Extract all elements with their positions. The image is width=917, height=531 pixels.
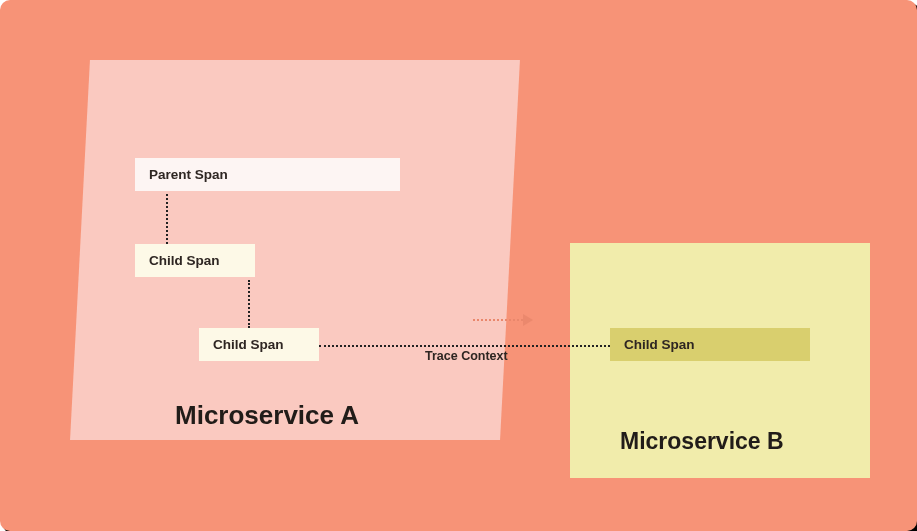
child-span-2-box: Child Span xyxy=(199,328,319,361)
child-span-b-box: Child Span xyxy=(610,328,810,361)
diagram-canvas: Parent Span Child Span Child Span Trace … xyxy=(0,0,917,531)
arrow-icon xyxy=(473,314,533,326)
parent-span-box: Parent Span xyxy=(135,158,400,191)
connector-vertical-1 xyxy=(166,194,168,244)
microservice-a-title: Microservice A xyxy=(175,400,359,431)
connector-horizontal xyxy=(319,345,610,347)
connector-vertical-2 xyxy=(248,280,250,328)
microservice-b-title: Microservice B xyxy=(620,428,784,455)
child-span-1-box: Child Span xyxy=(135,244,255,277)
trace-context-label: Trace Context xyxy=(425,349,508,363)
